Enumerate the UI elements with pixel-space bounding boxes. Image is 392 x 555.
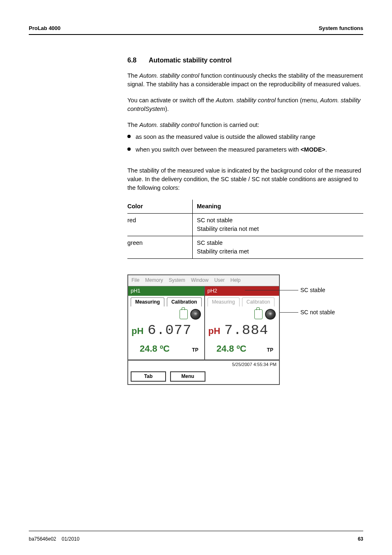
cell-color-red: red: [127, 214, 193, 236]
pane-ph1: pH1 Measuring Calibration ✳ pH 6.077: [128, 286, 205, 360]
paragraph-2: You can activate or switch off the Autom…: [127, 96, 363, 113]
callout-stable: SC stable: [300, 286, 325, 294]
pane1-title: pH1: [128, 286, 204, 296]
cell-color-green: green: [127, 236, 193, 259]
header-left: ProLab 4000: [29, 25, 60, 32]
tab-button[interactable]: Tab: [131, 371, 166, 382]
menu-help[interactable]: Help: [231, 277, 241, 284]
thermometer-icon: [254, 309, 263, 319]
menu-window[interactable]: Window: [191, 277, 209, 284]
color-table: Color Meaning red SC not stable Stabilit…: [127, 200, 363, 259]
device-button-bar: Tab Menu: [128, 369, 279, 384]
pane1-ph-label: pH: [131, 325, 143, 338]
pane1-tab-calibration[interactable]: Calibration: [167, 297, 202, 306]
table-row: red SC not stable Stability criteria not…: [127, 214, 363, 236]
th-color: Color: [127, 200, 193, 214]
pane1-tab-measuring[interactable]: Measuring: [131, 297, 164, 306]
status-timestamp: 5/25/2007 4:55:34 PM: [232, 362, 277, 368]
menu-file[interactable]: File: [131, 277, 139, 284]
paragraph-4: The stability of the measured value is i…: [127, 166, 363, 192]
th-meaning: Meaning: [193, 200, 364, 214]
cell-meaning-red: SC not stable Stability criteria not met: [193, 214, 364, 236]
table-row: green SC stable Stability criteria met: [127, 236, 363, 259]
pane2-ph-value: 7.884: [224, 320, 268, 341]
menu-user[interactable]: User: [214, 277, 224, 284]
pane2-temp: 24.8 ºC: [217, 342, 247, 355]
cell-meaning-green: SC stable Stability criteria met: [193, 236, 364, 259]
menu-button[interactable]: Menu: [170, 371, 205, 382]
pane1-temp: 24.8 ºC: [140, 342, 170, 355]
paragraph-3: The Autom. stability control function is…: [127, 121, 363, 129]
pane-ph2: pH2 Measuring Calibration ✳ pH 7.884: [205, 286, 279, 360]
thermometer-icon: [180, 309, 188, 319]
sensor-icon: ✳: [190, 309, 201, 320]
pane2-tab-calibration[interactable]: Calibration: [242, 297, 274, 306]
paragraph-1: The Autom. stability control function co…: [127, 71, 363, 89]
page-number: 63: [358, 536, 363, 543]
device-statusbar: 5/25/2007 4:55:34 PM: [128, 360, 279, 369]
pane2-title: pH2: [205, 286, 279, 296]
pane1-tp: TP: [192, 347, 198, 354]
section-title: Automatic stability control: [149, 57, 232, 64]
section-number: 6.8: [127, 55, 149, 65]
device-screen: File Memory System Window User Help pH1 …: [127, 274, 280, 385]
footer-rule: [29, 531, 363, 531]
bullet-1: as soon as the measured value is outside…: [127, 133, 363, 141]
callout-line-stable: [245, 290, 298, 290]
callout-line-notstable: [280, 312, 298, 313]
device-figure: File Memory System Window User Help pH1 …: [127, 274, 363, 385]
section-heading: 6.8Automatic stability control: [127, 55, 363, 65]
sensor-icon: ✳: [265, 309, 276, 320]
callout-not-stable: SC not stable: [300, 308, 335, 316]
pane2-ph-label: pH: [208, 325, 220, 338]
bullet-list: as soon as the measured value is outside…: [127, 133, 363, 154]
header-right: System functions: [319, 25, 363, 32]
footer-left: ba75646e02 01/2010: [29, 536, 79, 543]
menu-memory[interactable]: Memory: [145, 277, 163, 284]
pane1-ph-value: 6.077: [148, 320, 191, 341]
pane2-tp: TP: [267, 347, 273, 354]
menu-system[interactable]: System: [169, 277, 185, 284]
header-rule: [29, 34, 363, 35]
bullet-2: when you switch over between the measure…: [127, 145, 363, 154]
pane2-tab-measuring[interactable]: Measuring: [208, 297, 240, 306]
device-menubar: File Memory System Window User Help: [128, 275, 279, 286]
